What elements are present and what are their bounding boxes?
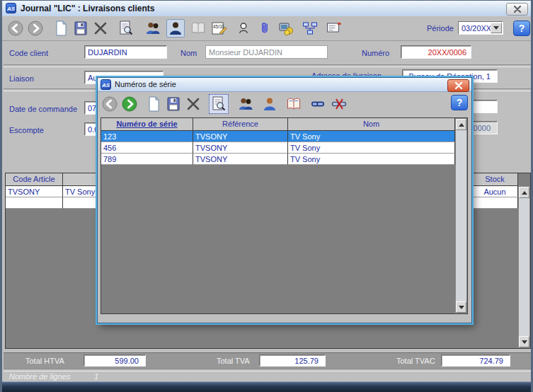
- close-icon: [454, 82, 463, 89]
- totals-bar: Total HTVA 599.00 Total TVA 125.79 Total…: [4, 352, 531, 369]
- serial-row-selected[interactable]: 123 TVSONY TV Sony: [101, 131, 455, 142]
- cell-empty[interactable]: [6, 197, 63, 209]
- separator: [4, 64, 531, 67]
- delete-button[interactable]: [91, 19, 110, 38]
- network-button[interactable]: [301, 19, 319, 38]
- serial-row[interactable]: 789 TVSONY TV Sony: [101, 154, 455, 165]
- scroll-up-button[interactable]: [456, 119, 466, 130]
- forward-button[interactable]: [26, 19, 45, 38]
- dialog-new-button[interactable]: [144, 95, 163, 113]
- cell-stock[interactable]: Aucun: [472, 186, 518, 197]
- save-icon: [165, 96, 182, 113]
- dialog-close-button[interactable]: [447, 79, 469, 92]
- dialog-back-button[interactable]: [101, 95, 119, 113]
- paperclip-icon: [257, 20, 273, 37]
- back-button[interactable]: [6, 19, 25, 38]
- title-bar[interactable]: AS Journal "LIC" : Livraisons clients: [2, 1, 531, 17]
- header-stock[interactable]: Stock: [472, 173, 518, 186]
- code-client-field[interactable]: DUJARDIN: [84, 45, 167, 59]
- dialog-client-button[interactable]: [260, 95, 279, 113]
- total-tvac-label: Total TVAC: [396, 357, 435, 365]
- help-button[interactable]: ?: [513, 21, 530, 36]
- dialog-vertical-scrollbar[interactable]: [455, 118, 467, 313]
- new-document-icon: [52, 20, 69, 37]
- cell-serial[interactable]: 789: [101, 154, 193, 165]
- arrow-up-icon: [522, 188, 527, 195]
- nom-field: Monsieur DUJARDIN: [205, 45, 328, 59]
- cell-code-article[interactable]: TVSONY: [6, 186, 63, 197]
- cell-serial[interactable]: 456: [101, 142, 193, 154]
- mail-icon: [325, 20, 343, 37]
- preview-icon: [210, 96, 227, 113]
- total-tva-field: 125.79: [259, 354, 326, 367]
- contact-button[interactable]: [234, 19, 253, 38]
- cell-empty[interactable]: [472, 197, 518, 209]
- cell-serial[interactable]: 123: [101, 131, 193, 142]
- period-dropdown-button[interactable]: [491, 23, 502, 33]
- header-code-article[interactable]: Code Article: [6, 173, 63, 186]
- delete-icon: [92, 20, 109, 37]
- close-button[interactable]: [506, 3, 528, 16]
- main-toolbar: 45/31: [2, 16, 531, 41]
- dialog-help-button[interactable]: ?: [451, 95, 468, 110]
- header-numero-serie[interactable]: Numéro de série: [101, 118, 193, 131]
- cell-reference[interactable]: TVSONY: [193, 131, 288, 142]
- window-bottom-frame: [2, 381, 531, 392]
- calendar-edit-button[interactable]: 45/31: [210, 19, 229, 38]
- period-combobox[interactable]: 03/20XX: [458, 21, 503, 35]
- grid-vertical-scrollbar[interactable]: [518, 186, 530, 348]
- cell-reference[interactable]: TVSONY: [193, 154, 288, 165]
- client-button-selected[interactable]: [166, 19, 185, 38]
- clients-group-icon: [144, 20, 162, 37]
- dialog-logo-icon: AS: [101, 79, 111, 90]
- header-nom[interactable]: Nom: [288, 118, 455, 131]
- serial-row[interactable]: 456 TVSONY TV Sony: [101, 142, 455, 154]
- arrow-up-icon: [459, 120, 464, 127]
- new-document-icon: [145, 96, 162, 113]
- liaison-label: Liaison: [9, 74, 34, 83]
- scroll-down-button[interactable]: [456, 301, 466, 313]
- scroll-down-button[interactable]: [519, 336, 529, 347]
- dialog-catalog-button[interactable]: [285, 95, 303, 113]
- serial-table: Numéro de série Référence Nom 123 TVSONY…: [101, 117, 468, 314]
- total-htva-label: Total HTVA: [25, 357, 64, 365]
- new-document-button[interactable]: [52, 19, 70, 38]
- arrow-down-icon: [459, 306, 464, 312]
- save-button[interactable]: [71, 19, 90, 38]
- total-htva-field: 599.00: [84, 354, 146, 367]
- clients-button[interactable]: [144, 19, 162, 38]
- dialog-delete-button[interactable]: [184, 95, 202, 113]
- unlink-icon: [331, 96, 348, 113]
- period-value: 03/20XX: [462, 24, 491, 33]
- dialog-save-button[interactable]: [164, 95, 183, 113]
- cell-reference[interactable]: TVSONY: [193, 142, 288, 154]
- code-client-label: Code client: [9, 49, 48, 57]
- serial-numbers-dialog: AS Numéros de série: [97, 77, 472, 323]
- cell-nom[interactable]: TV Sony: [288, 154, 455, 165]
- attachment-button[interactable]: [256, 19, 274, 38]
- header-reference[interactable]: Référence: [193, 118, 288, 131]
- dialog-title-bar[interactable]: AS Numéros de série: [98, 78, 471, 92]
- numero-field[interactable]: 20XX/0006: [401, 45, 471, 59]
- scroll-up-button[interactable]: [519, 187, 529, 198]
- arrow-down-icon: [522, 340, 527, 347]
- cell-nom[interactable]: TV Sony: [288, 131, 455, 142]
- preview-button[interactable]: [117, 19, 135, 38]
- date-commande-label: Date de commande: [9, 105, 77, 113]
- dialog-preview-button-selected[interactable]: [210, 95, 228, 113]
- total-tva-label: Total TVA: [217, 357, 250, 365]
- period-label: Période: [427, 24, 454, 33]
- dialog-unlink-button[interactable]: [330, 95, 348, 113]
- mail-button[interactable]: [325, 19, 343, 38]
- dialog-toolbar: ?: [98, 92, 471, 116]
- payment-button[interactable]: [277, 19, 295, 38]
- app-logo-icon: AS: [6, 3, 16, 13]
- cell-nom[interactable]: TV Sony: [288, 142, 455, 154]
- dialog-link-button[interactable]: [309, 95, 327, 113]
- dialog-clients-button[interactable]: [236, 95, 255, 113]
- catalog-button[interactable]: [189, 19, 207, 38]
- client-icon: [167, 20, 184, 37]
- back-icon: [7, 20, 24, 37]
- forward-icon: [121, 96, 138, 113]
- dialog-forward-button[interactable]: [120, 95, 139, 113]
